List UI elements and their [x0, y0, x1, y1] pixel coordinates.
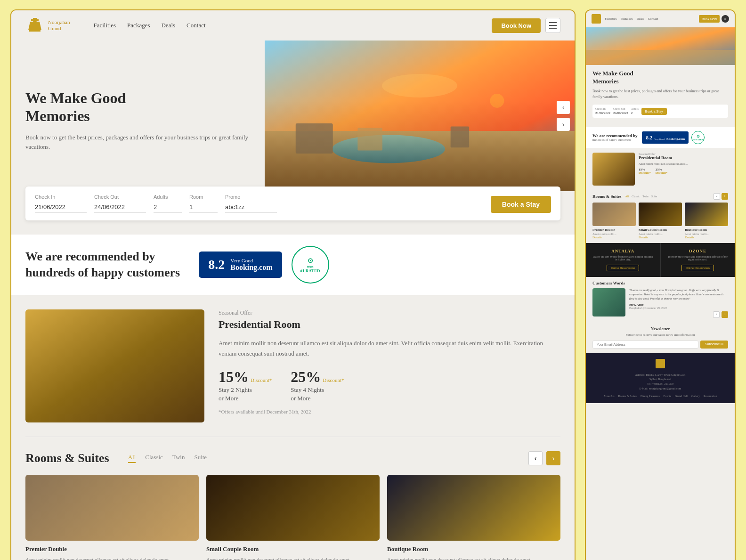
mini-tab-classic[interactable]: Classic [632, 195, 640, 198]
room-card-desc-1: Amet minim mollit non deserunt ullamco e… [25, 556, 199, 560]
room-card-name-2: Small Couple Room [206, 545, 380, 553]
mini-reservation-btn-1[interactable]: Online Reservation [607, 265, 639, 271]
prev-arrow[interactable]: ‹ [557, 101, 570, 114]
nav-facilities[interactable]: Facilities [93, 22, 116, 29]
nav-packages[interactable]: Packages [127, 22, 150, 29]
seasonal-section: Seasonal Offer Presidential Room Amet mi… [11, 295, 575, 437]
nav-contact[interactable]: Contact [186, 22, 205, 29]
mini-footer-dining[interactable]: Dining Pleasures [641, 395, 660, 398]
mini-book-now-btn[interactable]: Book Now [699, 15, 720, 23]
mini-room-details-3[interactable]: Details [685, 235, 728, 239]
mini-subscribe-btn[interactable]: Subscribe ✉ [700, 341, 728, 349]
mini-seasonal-desc: Amet minim mollit non deserunt ullamco..… [639, 162, 728, 166]
mini-pagination: ‹ › [629, 311, 728, 318]
mini-next-btn[interactable]: › [722, 311, 728, 318]
mini-room-nav: ‹ › [714, 193, 728, 200]
mini-logo [592, 14, 601, 24]
room-input[interactable] [189, 202, 218, 213]
book-now-button[interactable]: Book Now [492, 18, 541, 33]
promo-input[interactable] [225, 202, 277, 213]
mini-tab-twin[interactable]: Twin [643, 195, 649, 198]
book-stay-button[interactable]: Book a Stay [491, 196, 551, 213]
check-in-input[interactable] [35, 202, 87, 213]
hero-headline: We Make Good Memories [25, 89, 251, 125]
mini-email-input[interactable] [592, 341, 698, 349]
mini-hero-desc: Book now to get the best prices, package… [592, 89, 728, 100]
mini-discounts: 15% Discount* 25% Discount* [639, 168, 728, 174]
mini-checkout-field: Check Out 24/06/2022 [613, 107, 628, 115]
next-arrow[interactable]: › [557, 118, 570, 131]
adults-input[interactable] [154, 202, 182, 213]
mini-customer-quote: "Rooms are really good, clean. Breakfast… [629, 288, 728, 301]
check-in-field: Check In [35, 194, 87, 213]
room-card-desc-3: Amet minim mollit non deserunt ullamco e… [387, 556, 560, 560]
mini-room-card-3: Boutique Room Amet minim mollit... Detai… [685, 203, 728, 239]
mini-disc-2: 25% Discount* [656, 168, 668, 174]
mini-footer-gallery[interactable]: Gallery [691, 395, 700, 398]
mini-hero-headline: We Make Good Memories [592, 70, 728, 86]
mini-footer-rooms[interactable]: Rooms & Suites [618, 395, 637, 398]
mini-footer-about[interactable]: About Us [603, 395, 614, 398]
mini-restaurant-desc-1: Watch the city evolve from the latest ho… [592, 255, 655, 261]
mini-room-img-1 [592, 203, 636, 226]
mini-footer-reservation[interactable]: Reservation [704, 395, 717, 398]
mini-nav-facilities[interactable]: Facilities [605, 17, 617, 21]
mini-book-btn[interactable]: Book a Stay [641, 108, 667, 115]
mini-rooms-next[interactable]: › [722, 193, 728, 200]
mini-rooms-prev[interactable]: ‹ [714, 193, 720, 200]
mini-room-tabs: All Classic Twin Suite [625, 195, 657, 198]
tab-all[interactable]: All [128, 454, 136, 463]
mini-prev-btn[interactable]: ‹ [713, 311, 720, 318]
adults-field: Adults [154, 194, 182, 213]
mini-booking-badge: 8.2 Very Good Booking.com [642, 131, 689, 144]
room-card-3: Boutique Room Amet minim mollit non dese… [387, 475, 560, 560]
hamburger-menu[interactable] [545, 18, 560, 33]
logo[interactable]: Noorjahan Grand [25, 16, 70, 35]
mini-nav-links: Facilities Packages Deals Contact [605, 17, 658, 21]
brand-name: Noorjahan Grand [48, 19, 70, 32]
mini-rooms-header: Rooms & Suites All Classic Twin Suite ‹ … [592, 193, 728, 200]
mini-nav-deals[interactable]: Deals [637, 17, 644, 21]
mini-reservation-btn-2[interactable]: Online Reservation [681, 265, 714, 271]
mini-restaurant-desc-2: To enjoy the elegant and sophisticated a… [666, 255, 730, 261]
mini-tab-suite[interactable]: Suite [651, 195, 657, 198]
mini-room-img-3 [685, 203, 728, 226]
rooms-prev-btn[interactable]: ‹ [528, 451, 543, 465]
seasonal-tag: Seasonal Offer [219, 309, 546, 317]
mini-nav-right: Book Now ≡ [699, 15, 729, 23]
mini-booking-info: Very Good Booking.com [654, 133, 685, 142]
nav-links: Facilities Packages Deals Contact [93, 22, 205, 29]
mini-customer-name: Mrs. Alice [629, 303, 728, 307]
mini-nav-contact[interactable]: Contact [648, 17, 658, 21]
mini-menu-icon[interactable]: ≡ [722, 15, 729, 23]
logo-icon [25, 16, 44, 35]
mini-tab-all[interactable]: All [625, 195, 629, 198]
seasonal-image [25, 309, 204, 422]
mini-room-details-2[interactable]: Details [639, 235, 682, 239]
room-card-1: Premier Double Amet minim mollit non des… [25, 475, 199, 560]
check-out-input[interactable] [94, 202, 146, 213]
mini-seasonal-text: Seasonal Offer Presidential Room Amet mi… [639, 153, 728, 186]
recommended-headline: We are recommended by hundreds of happy … [25, 249, 180, 281]
tab-classic[interactable]: Classic [145, 454, 163, 463]
mini-room-details-1[interactable]: Details [592, 235, 636, 239]
rooms-next-btn[interactable]: › [546, 451, 560, 465]
check-out-field: Check Out [94, 194, 146, 213]
promo-field: Promo [225, 194, 277, 213]
booking-score: 8.2 [208, 257, 225, 272]
mini-badges: 8.2 Very Good Booking.com ⊙ #1 RATED [642, 131, 705, 144]
mini-hero [586, 27, 735, 65]
mini-rec-text: We are recommended by hundreds of happy … [592, 133, 637, 142]
mini-nav-packages[interactable]: Packages [621, 17, 633, 21]
tab-twin[interactable]: Twin [172, 454, 185, 463]
mini-customers-title: Customers Words [592, 281, 728, 285]
mini-restaurant-2: OZONE To enjoy the elegant and sophistic… [661, 243, 735, 277]
mini-footer-grandhall[interactable]: Grand Hall [675, 395, 688, 398]
tab-suite[interactable]: Suite [194, 454, 207, 463]
svg-rect-3 [29, 30, 41, 32]
nav-deals[interactable]: Deals [161, 22, 175, 29]
booking-info: Very Good Booking.com [230, 258, 272, 272]
mini-customer-text: "Rooms are really good, clean. Breakfast… [629, 288, 728, 318]
rooms-grid: Premier Double Amet minim mollit non des… [25, 475, 560, 560]
mini-footer-events[interactable]: Events [664, 395, 671, 398]
